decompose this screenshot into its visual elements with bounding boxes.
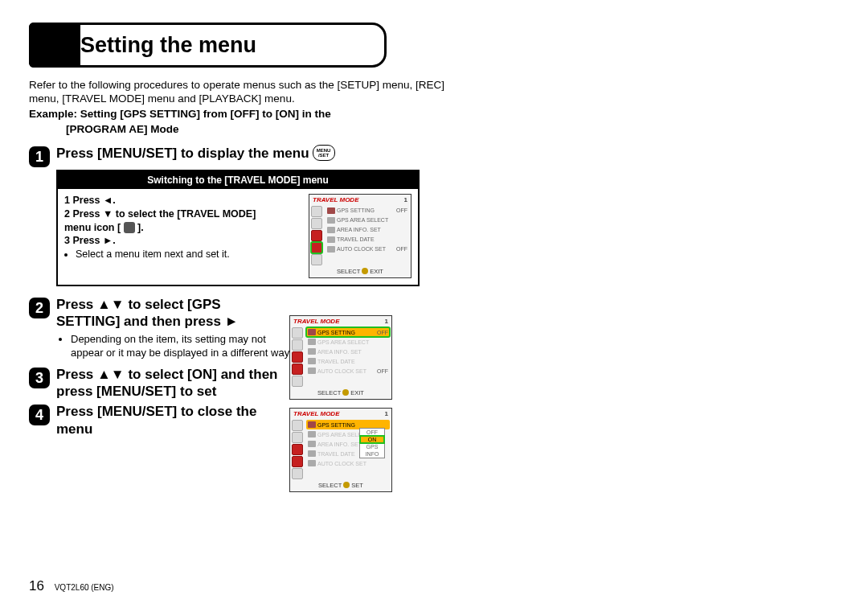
lcd-row-label: AUTO CLOCK SET xyxy=(317,461,388,466)
step-1-heading: Press [MENU/SET] to display the menu xyxy=(56,145,309,162)
lcd-row-label: GPS SETTING xyxy=(337,207,395,213)
lcd-tab-highlight xyxy=(311,242,322,253)
box-line1a: 1 Press xyxy=(64,195,103,206)
row-icon xyxy=(308,431,316,437)
box-line2b: to select the [TRAVEL MODE] xyxy=(113,208,256,220)
lcd-tab xyxy=(292,420,303,431)
lcd-row-label: AUTO CLOCK SET xyxy=(337,246,395,252)
lcd-tabs xyxy=(290,327,305,388)
lcd-tab xyxy=(311,230,322,241)
step-2-text-a: Press xyxy=(56,297,97,312)
left-arrow-icon: ◄ xyxy=(103,195,113,206)
travel-mode-menu-icon xyxy=(124,222,135,233)
lcd-page: 1 xyxy=(404,196,407,203)
popup-option-info: INFO xyxy=(360,450,384,458)
lcd-row-label: TRAVEL DATE xyxy=(317,359,388,364)
step-2-bullet: Depending on the item, its setting may n… xyxy=(71,333,297,359)
row-icon xyxy=(308,358,316,364)
lcd-tab xyxy=(311,206,322,217)
lcd-page: 1 xyxy=(385,410,388,417)
lcd-row-label: AREA INFO. SET xyxy=(337,227,407,232)
lcd-list: GPS SETTINGOFF GPS AREA SELECT AREA INFO… xyxy=(324,205,411,266)
lcd-row-value: OFF xyxy=(395,246,407,252)
row-icon xyxy=(327,227,335,233)
step-4-heading: Press [MENU/SET] to close the menu xyxy=(56,403,285,437)
lcd-footer-exit: EXIT xyxy=(350,389,364,396)
lcd-footer-set: SET xyxy=(351,482,363,489)
lcd-tabs xyxy=(309,205,324,266)
lcd-row-value: OFF xyxy=(375,330,388,335)
row-icon xyxy=(308,339,316,345)
step-number-icon: 2 xyxy=(29,298,50,318)
down-arrow-icon: ▼ xyxy=(103,208,113,220)
page-number: 16 xyxy=(29,578,44,594)
example-line-2: [PROGRAM AE] Mode xyxy=(29,123,463,137)
lcd-preview-3: TRAVEL MODE 1 GPS SETTING GPS AREA SELEC… xyxy=(289,408,392,492)
lcd-tab xyxy=(292,364,303,375)
row-icon xyxy=(327,217,335,224)
box-bullet: Select a menu item next and set it. xyxy=(76,248,304,261)
row-icon xyxy=(308,460,316,466)
lcd-footer-select: SELECT xyxy=(317,389,341,396)
gps-icon xyxy=(327,207,335,214)
lcd-row-value: OFF xyxy=(375,368,388,374)
menu-set-icon-bottom: /SET xyxy=(318,153,329,158)
joystick-icon xyxy=(342,389,349,396)
joystick-icon xyxy=(362,268,368,274)
intro-text: Refer to the following procedures to ope… xyxy=(29,79,463,106)
lcd-title: TRAVEL MODE xyxy=(293,318,339,325)
step-number-icon: 4 xyxy=(29,405,50,425)
lcd-popup: OFF ON GPS INFO xyxy=(359,428,385,458)
example-line-1: Example: Setting [GPS SETTING] from [OFF… xyxy=(29,108,463,121)
lcd-tab xyxy=(292,468,303,479)
lcd-row-label: AUTO CLOCK SET xyxy=(317,368,375,374)
right-arrow-icon: ► xyxy=(103,235,113,246)
row-icon xyxy=(327,236,335,243)
lcd-tab xyxy=(311,218,322,229)
gps-icon xyxy=(308,329,316,335)
lcd-row-label: TRAVEL DATE xyxy=(337,236,407,242)
step-3-text-a: Press xyxy=(56,367,97,382)
lcd-page: 1 xyxy=(385,318,388,325)
lcd-tab xyxy=(292,456,303,467)
row-icon xyxy=(308,368,316,374)
step-number-icon: 3 xyxy=(29,368,50,388)
lcd-tab xyxy=(292,327,303,339)
lcd-tab xyxy=(311,254,322,265)
lcd-tab xyxy=(292,432,303,443)
box-line4b: . xyxy=(113,235,115,246)
lcd-row-value: OFF xyxy=(395,207,407,213)
box-line1b: . xyxy=(113,195,115,206)
doc-id: VQT2L60 (ENG) xyxy=(55,583,114,592)
lcd-list: GPS SETTINGOFF GPS AREA SELECT AREA INFO… xyxy=(305,327,391,388)
lcd-preview-1: TRAVEL MODE 1 xyxy=(309,194,411,278)
row-icon xyxy=(308,450,316,457)
row-icon xyxy=(327,246,335,253)
box-line2a: 2 Press xyxy=(64,208,103,220)
joystick-icon xyxy=(343,482,350,488)
box-line3b: ]. xyxy=(135,222,144,233)
popup-option-gps: GPS xyxy=(360,443,384,450)
popup-option-on: ON xyxy=(360,436,384,443)
lcd-tab xyxy=(292,376,303,387)
lcd-row-label: GPS AREA SELECT xyxy=(337,217,407,223)
step-1: 1 Press [MENU/SET] to display the menu M… xyxy=(29,145,407,286)
lcd-footer-exit: EXIT xyxy=(370,268,383,275)
section-title-bar: Setting the menu xyxy=(29,23,387,68)
box-instructions: 1 Press ◄. 2 Press ▼ to select the [TRAV… xyxy=(64,194,304,278)
lcd-row-label: GPS SETTING xyxy=(317,330,375,335)
row-icon xyxy=(308,348,316,355)
lcd-footer-select: SELECT xyxy=(318,482,342,489)
lcd-tab xyxy=(292,339,303,351)
up-down-arrow-icon: ▲▼ xyxy=(97,367,125,382)
travel-mode-box: Switching to the [TRAVEL MODE] menu 1 Pr… xyxy=(56,170,420,286)
lcd-tabs xyxy=(290,419,305,480)
lcd-tab xyxy=(292,444,303,455)
up-down-arrow-icon: ▲▼ xyxy=(97,297,125,312)
section-title: Setting the menu xyxy=(80,33,256,58)
box-line3a: menu icon [ xyxy=(64,222,124,233)
step-number-icon: 1 xyxy=(29,146,50,167)
gps-icon xyxy=(308,421,316,428)
box-line4a: 3 Press xyxy=(64,235,103,246)
row-icon xyxy=(308,441,316,447)
